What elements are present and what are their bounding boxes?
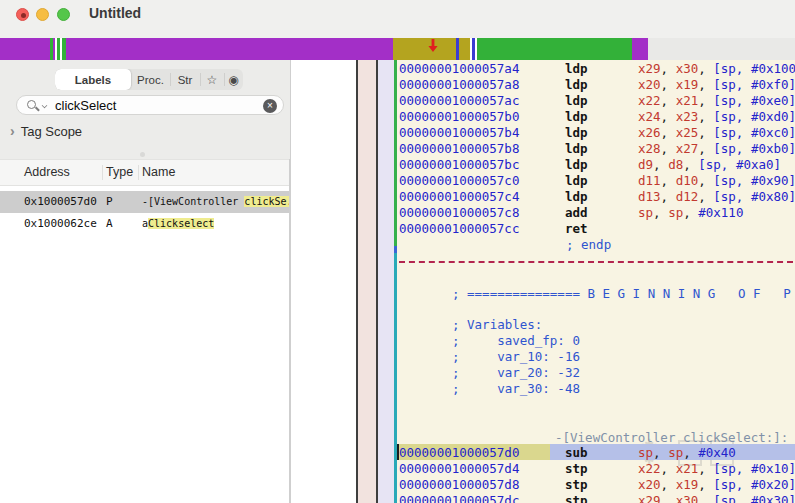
tab-tag-filter-icon[interactable]: ◉ bbox=[224, 69, 243, 90]
asm-token: , bbox=[661, 493, 676, 503]
asm-instruction-row[interactable]: 00000001000057bcldpd9, d8, [sp, #0xa0] bbox=[397, 156, 795, 172]
table-row[interactable]: 0x1000057d0P-[ViewController clickSe. bbox=[0, 191, 289, 213]
column-header-type[interactable]: Type bbox=[106, 165, 133, 179]
search-input[interactable]: clickSelect bbox=[55, 98, 116, 113]
tab-label: Str bbox=[178, 74, 193, 86]
asm-operands: x22, x21, [sp, #0x10] bbox=[638, 461, 795, 476]
close-button[interactable] bbox=[16, 8, 29, 21]
asm-address: 00000001000057bc bbox=[399, 157, 519, 172]
endp-comment: ; endp bbox=[566, 237, 611, 252]
asm-token: x21 bbox=[676, 93, 699, 108]
asm-token: x23 bbox=[676, 109, 699, 124]
tab-star-icon[interactable]: ☆ bbox=[200, 69, 224, 90]
nav-segment bbox=[648, 38, 795, 60]
asm-mnemonic: stp bbox=[565, 493, 588, 503]
asm-token: , bbox=[683, 157, 698, 172]
asm-token: d11 bbox=[638, 173, 661, 188]
asm-token: [sp, #0x100] bbox=[713, 61, 795, 76]
asm-address: 00000001000057c0 bbox=[399, 173, 519, 188]
clear-search-button[interactable]: × bbox=[263, 99, 277, 113]
minimize-button[interactable] bbox=[36, 8, 49, 21]
asm-operands: x20, x19, [sp, #0xf0] bbox=[638, 77, 795, 92]
asm-mnemonic: add bbox=[565, 205, 588, 220]
asm-token: , bbox=[698, 61, 713, 76]
asm-instruction-row[interactable]: 00000001000057acldpx22, x21, [sp, #0xe0] bbox=[397, 92, 795, 108]
procedure-label-row[interactable]: -[ViewController clickSelect:]: bbox=[555, 429, 795, 445]
tab-proc[interactable]: Proc. bbox=[131, 69, 170, 90]
nav-segment bbox=[393, 38, 456, 60]
asm-token: d13 bbox=[638, 189, 661, 204]
asm-instruction-row[interactable]: 00000001000057a8ldpx20, x19, [sp, #0xf0] bbox=[397, 76, 795, 92]
asm-mnemonic: ldp bbox=[565, 157, 588, 172]
search-field[interactable]: clickSelect × bbox=[16, 95, 284, 115]
asm-token: x19 bbox=[676, 77, 699, 92]
column-divider[interactable] bbox=[102, 165, 103, 180]
table-row[interactable]: 0x1000062ceAaClickselect bbox=[0, 213, 289, 235]
asm-token: x29 bbox=[638, 493, 661, 503]
asm-token: #0x40 bbox=[698, 445, 736, 460]
asm-instruction-row[interactable]: 00000001000057d0subsp, sp, #0x40 bbox=[397, 444, 795, 460]
asm-instruction-row[interactable]: 00000001000057c8addsp, sp, #0x110 bbox=[397, 204, 795, 220]
asm-token: , bbox=[661, 93, 676, 108]
asm-token: x28 bbox=[638, 141, 661, 156]
search-scope-chevron-icon[interactable] bbox=[42, 103, 48, 109]
tab-str[interactable]: Str bbox=[170, 69, 200, 90]
asm-token: x20 bbox=[638, 77, 661, 92]
zoom-button[interactable] bbox=[57, 8, 70, 21]
asm-token: , bbox=[661, 77, 676, 92]
row-address: 0x1000057d0 bbox=[24, 195, 97, 208]
asm-token: [sp, #0xe0] bbox=[713, 93, 795, 108]
asm-instruction-row[interactable]: 00000001000057ccret bbox=[397, 220, 795, 236]
asm-token: , bbox=[661, 125, 676, 140]
asm-operands: sp, sp, #0x110 bbox=[638, 205, 743, 220]
row-type: A bbox=[106, 217, 113, 230]
asm-token: , bbox=[653, 445, 668, 460]
asm-instruction-row[interactable]: 00000001000057c4ldpd13, d12, [sp, #0x80] bbox=[397, 188, 795, 204]
asm-operands: x28, x27, [sp, #0xb0] bbox=[638, 141, 795, 156]
nav-segment bbox=[0, 38, 50, 60]
asm-token: x22 bbox=[638, 93, 661, 108]
asm-token: d10 bbox=[676, 173, 699, 188]
tag-scope-disclosure[interactable]: › Tag Scope bbox=[10, 122, 82, 140]
segment-navigation-bar[interactable] bbox=[0, 38, 795, 60]
name-prefix: -[ViewController bbox=[142, 196, 244, 207]
asm-operands: d13, d12, [sp, #0x80] bbox=[638, 189, 795, 204]
asm-mnemonic: ldp bbox=[565, 77, 588, 92]
splitter-handle-dot[interactable] bbox=[140, 152, 145, 157]
column-header-address[interactable]: Address bbox=[24, 165, 70, 179]
asm-instruction-row[interactable]: 00000001000057a4ldpx29, x30, [sp, #0x100… bbox=[397, 60, 795, 76]
column-header-name[interactable]: Name bbox=[142, 165, 175, 179]
row-address: 0x1000062ce bbox=[24, 217, 97, 230]
asm-instruction-row[interactable]: 00000001000057d4stpx22, x21, [sp, #0x10] bbox=[397, 460, 795, 476]
titlebar: Untitled bbox=[0, 0, 795, 38]
asm-token: , bbox=[698, 461, 713, 476]
asm-token: , bbox=[698, 93, 713, 108]
asm-mnemonic: ldp bbox=[565, 173, 588, 188]
asm-token: , bbox=[698, 493, 713, 503]
search-icon-handle bbox=[35, 106, 40, 111]
asm-mnemonic: ldp bbox=[565, 93, 588, 108]
asm-operands: x26, x25, [sp, #0xc0] bbox=[638, 125, 795, 140]
asm-mnemonic: ret bbox=[565, 221, 588, 236]
asm-token: , bbox=[698, 109, 713, 124]
asm-instruction-row[interactable]: 00000001000057d8stpx20, x19, [sp, #0x20] bbox=[397, 476, 795, 492]
row-name: -[ViewController clickSe. bbox=[142, 196, 289, 207]
asm-instruction-row[interactable]: 00000001000057c0ldpd11, d10, [sp, #0x90] bbox=[397, 172, 795, 188]
empty-panel bbox=[290, 60, 356, 503]
asm-address: 00000001000057a8 bbox=[399, 77, 519, 92]
asm-mnemonic: stp bbox=[565, 477, 588, 492]
asm-token: [sp, #0x80] bbox=[713, 189, 795, 204]
asm-instruction-row[interactable]: 00000001000057b0ldpx24, x23, [sp, #0xd0] bbox=[397, 108, 795, 124]
tag-filter-icon: ◉ bbox=[228, 73, 238, 87]
column-divider[interactable] bbox=[138, 165, 139, 180]
variables-comment-row: ; saved_fp: 0 bbox=[397, 332, 795, 348]
asm-mnemonic: ldp bbox=[565, 189, 588, 204]
asm-token: , bbox=[698, 141, 713, 156]
asm-operands: d11, d10, [sp, #0x90] bbox=[638, 173, 795, 188]
tab-labels[interactable]: Labels bbox=[55, 69, 131, 90]
asm-mnemonic: ldp bbox=[565, 109, 588, 124]
asm-instruction-row[interactable]: 00000001000057dcstpx29, x30, [sp, #0x30] bbox=[397, 492, 795, 503]
asm-instruction-row[interactable]: 00000001000057b8ldpx28, x27, [sp, #0xb0] bbox=[397, 140, 795, 156]
nav-segment bbox=[632, 38, 648, 60]
asm-instruction-row[interactable]: 00000001000057b4ldpx26, x25, [sp, #0xc0] bbox=[397, 124, 795, 140]
